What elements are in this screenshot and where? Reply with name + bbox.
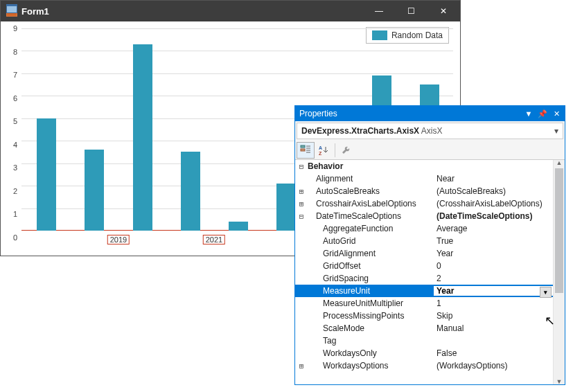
y-tick-label: 0 <box>0 233 17 242</box>
property-row[interactable]: ProcessMissingPointsSkip <box>295 310 553 322</box>
property-name: WorkdaysOptions <box>308 361 434 371</box>
property-row[interactable]: MeasureUnitMultiplier1 <box>295 297 553 310</box>
close-icon[interactable]: ✕ <box>551 108 562 119</box>
expand-icon[interactable]: ⊞ <box>295 199 308 208</box>
property-value[interactable]: (AutoScaleBreaks) <box>434 186 553 196</box>
property-name: MeasureUnit <box>308 286 434 296</box>
y-tick-label: 9 <box>0 24 17 33</box>
window-position-icon[interactable]: ▼ <box>523 108 534 119</box>
dropdown-button[interactable]: ▾ <box>540 287 552 298</box>
property-name: ProcessMissingPoints <box>308 311 434 321</box>
y-axis: 0123456789 <box>1 28 21 238</box>
svg-rect-0 <box>301 145 305 148</box>
property-value[interactable]: 1 <box>434 299 553 308</box>
property-row[interactable]: AlignmentNear <box>295 172 553 185</box>
scroll-down-icon[interactable]: ▼ <box>554 378 565 384</box>
svg-text:Z: Z <box>319 151 322 156</box>
y-tick-label: 6 <box>0 94 17 103</box>
window-title: Form1 <box>21 6 49 17</box>
property-name: AutoGrid <box>308 236 434 246</box>
form1-titlebar[interactable]: Form1 — ☐ ✕ <box>1 1 460 21</box>
property-row[interactable]: WorkdaysOnlyFalse <box>295 347 553 359</box>
bar[interactable] <box>229 222 248 231</box>
property-name: GridAlignment <box>308 249 434 258</box>
property-value[interactable]: Average <box>434 224 553 233</box>
property-value[interactable]: (CrosshairAxisLabelOptions) <box>434 199 553 208</box>
property-row[interactable]: ScaleModeManual <box>295 322 553 335</box>
y-tick-label: 4 <box>0 141 17 149</box>
property-row[interactable]: ⊟DateTimeScaleOptions(DateTimeScaleOptio… <box>295 210 553 222</box>
property-row[interactable]: ⊟Behavior <box>295 160 553 172</box>
property-row[interactable]: GridOffset0 <box>295 260 553 272</box>
property-value[interactable]: Manual <box>434 323 553 333</box>
y-tick-label: 2 <box>0 187 17 195</box>
property-value[interactable]: Near <box>434 174 553 184</box>
properties-toolbar: AZ <box>295 141 565 160</box>
alphabetical-button[interactable]: AZ <box>315 142 333 159</box>
property-name: AutoScaleBreaks <box>308 186 434 196</box>
expand-icon[interactable]: ⊟ <box>295 162 308 171</box>
object-type: AxisX <box>421 126 443 136</box>
maximize-button[interactable]: ☐ <box>395 1 427 21</box>
properties-title: Properties <box>299 109 337 118</box>
scroll-thumb[interactable] <box>555 168 563 293</box>
bar[interactable] <box>181 152 200 231</box>
property-value[interactable]: 0 <box>434 261 553 271</box>
property-name: Tag <box>308 336 434 346</box>
grid-line <box>21 73 453 74</box>
x-tick-label: 2021 <box>203 235 225 244</box>
bar[interactable] <box>133 44 152 231</box>
property-name: DateTimeScaleOptions <box>308 211 434 221</box>
property-row[interactable]: MeasureUnitYear▾ <box>295 285 553 297</box>
property-name: Behavior <box>308 161 434 171</box>
y-tick-label: 1 <box>0 210 17 218</box>
property-value[interactable]: (DateTimeScaleOptions) <box>434 211 553 221</box>
autohide-icon[interactable]: 📌 <box>537 108 548 119</box>
y-tick-label: 8 <box>0 48 17 56</box>
property-value[interactable]: Year <box>434 249 553 258</box>
property-name: WorkdaysOnly <box>308 348 434 358</box>
property-row[interactable]: ⊞CrosshairAxisLabelOptions(CrosshairAxis… <box>295 197 553 210</box>
property-name: CrosshairAxisLabelOptions <box>308 199 434 208</box>
picker-dropdown-icon[interactable]: ▾ <box>554 126 558 136</box>
property-value[interactable]: True <box>434 236 553 246</box>
property-row[interactable]: GridAlignmentYear <box>295 247 553 260</box>
properties-title-buttons: ▼ 📌 ✕ <box>523 108 562 119</box>
property-name: ScaleMode <box>308 323 434 333</box>
property-row[interactable]: ⊞AutoScaleBreaks(AutoScaleBreaks) <box>295 185 553 197</box>
grid-line <box>21 28 453 29</box>
property-value[interactable]: Year▾ <box>434 286 553 296</box>
bar[interactable] <box>276 184 296 231</box>
close-button[interactable]: ✕ <box>427 1 460 21</box>
minimize-button[interactable]: — <box>363 1 395 21</box>
property-row[interactable]: AggregateFunctionAverage <box>295 222 553 235</box>
property-row[interactable]: Tag <box>295 335 553 347</box>
grid-line <box>21 51 453 51</box>
property-name: Alignment <box>308 174 434 184</box>
bar[interactable] <box>85 150 104 231</box>
grid-body[interactable]: ⊟BehaviorAlignmentNear⊞AutoScaleBreaks(A… <box>295 160 553 384</box>
property-value[interactable]: False <box>434 348 553 358</box>
window-icon <box>6 6 17 17</box>
bar[interactable] <box>37 118 56 231</box>
expand-icon[interactable]: ⊞ <box>295 187 308 196</box>
toolbar-separator <box>335 143 335 157</box>
object-picker[interactable]: DevExpress.XtraCharts.AxisX AxisX ▾ <box>297 123 563 139</box>
expand-icon[interactable]: ⊞ <box>295 362 308 371</box>
scroll-up-icon[interactable]: ▲ <box>554 160 565 166</box>
expand-icon[interactable]: ⊟ <box>295 212 308 221</box>
properties-titlebar[interactable]: Properties ▼ 📌 ✕ <box>295 106 565 121</box>
property-name: GridOffset <box>308 261 434 271</box>
y-tick-label: 3 <box>0 163 17 172</box>
property-row[interactable]: GridSpacing2 <box>295 272 553 285</box>
categorized-button[interactable] <box>297 142 315 159</box>
property-row[interactable]: ⊞WorkdaysOptions(WorkdaysOptions) <box>295 359 553 372</box>
svg-rect-1 <box>301 149 305 151</box>
wrench-button[interactable] <box>337 142 355 159</box>
property-value[interactable]: (WorkdaysOptions) <box>434 361 553 371</box>
property-value[interactable]: Skip <box>434 311 553 321</box>
property-row[interactable]: AutoGridTrue <box>295 235 553 247</box>
property-value[interactable]: 2 <box>434 274 553 283</box>
scrollbar[interactable]: ▲ ▼ <box>553 160 565 384</box>
x-tick-label: 2019 <box>107 235 130 244</box>
